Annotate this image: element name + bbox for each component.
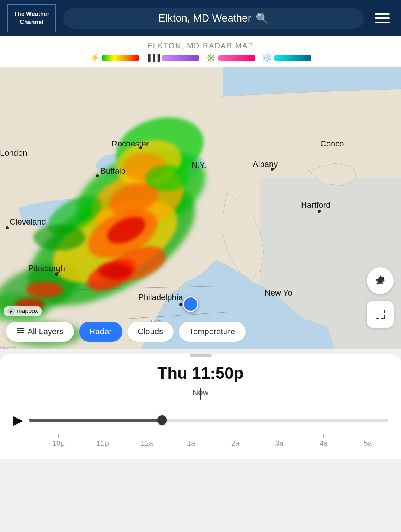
drag-handle[interactable] bbox=[190, 354, 212, 357]
radar-map[interactable]: London Rochester Conco Buffalo Albany N.… bbox=[0, 67, 401, 349]
location-dot bbox=[183, 296, 198, 312]
logo: The Weather Channel bbox=[7, 4, 56, 32]
legend-rain: ⚡ bbox=[90, 53, 139, 63]
mapbox-attribution[interactable]: ▶ mapbox bbox=[4, 306, 42, 316]
tick-12a: 12a bbox=[125, 434, 169, 448]
tick-label-1a: 1a bbox=[187, 439, 195, 448]
mixed-icon: ✳️ bbox=[206, 53, 216, 63]
svg-rect-30 bbox=[376, 315, 376, 319]
svg-rect-28 bbox=[384, 310, 385, 313]
tick-5a: 5a bbox=[346, 434, 390, 448]
city-dot-pittsburgh bbox=[55, 273, 58, 276]
play-button[interactable]: ▶ bbox=[13, 412, 23, 428]
layers-icon bbox=[16, 328, 25, 336]
svg-rect-34 bbox=[17, 332, 24, 333]
menu-button[interactable] bbox=[371, 10, 394, 27]
all-layers-label: All Layers bbox=[28, 327, 64, 336]
ticks-track: 10p 11p 12a 1a 2a 3a bbox=[36, 434, 390, 448]
all-layers-button[interactable]: All Layers bbox=[6, 322, 74, 342]
app-header: The Weather Channel Elkton, MD Weather 🔍 bbox=[0, 0, 401, 36]
menu-icon-line2 bbox=[375, 17, 390, 19]
city-dot-albany bbox=[271, 168, 274, 171]
tick-label-3a: 3a bbox=[275, 439, 284, 448]
map-background bbox=[0, 67, 401, 349]
clouds-button[interactable]: Clouds bbox=[127, 322, 174, 342]
location-button[interactable] bbox=[367, 267, 394, 294]
snow-icon: ❄️ bbox=[262, 53, 272, 63]
radar-label: Radar bbox=[90, 327, 112, 336]
timeline-track[interactable] bbox=[29, 419, 388, 422]
legend-mixed: ✳️ bbox=[206, 53, 255, 63]
layer-buttons: All Layers Radar Clouds Temperature bbox=[0, 322, 401, 342]
rain-gradient bbox=[102, 55, 139, 61]
now-indicator-line bbox=[200, 388, 201, 400]
temperature-button[interactable]: Temperature bbox=[179, 322, 246, 342]
temperature-label: Temperature bbox=[189, 327, 235, 336]
menu-icon-line3 bbox=[375, 22, 390, 23]
city-dot-cleveland bbox=[6, 226, 9, 229]
ice-gradient bbox=[162, 55, 199, 61]
search-icon: 🔍 bbox=[256, 12, 269, 25]
legend-bar: ⚡ ▐▐▐ ✳️ ❄️ bbox=[0, 53, 401, 67]
location-icon bbox=[374, 275, 386, 287]
svg-rect-26 bbox=[376, 310, 376, 313]
city-dot-hartford bbox=[318, 210, 321, 213]
now-label: Now bbox=[11, 388, 390, 397]
svg-rect-33 bbox=[17, 330, 24, 331]
clouds-label: Clouds bbox=[138, 327, 163, 336]
legend-snow: ❄️ bbox=[262, 53, 311, 63]
timeline-fill bbox=[29, 419, 162, 422]
expand-icon bbox=[374, 308, 386, 320]
tick-4a: 4a bbox=[301, 434, 346, 448]
tick-10p: 10p bbox=[36, 434, 81, 448]
timeline-thumb[interactable] bbox=[157, 415, 167, 425]
tick-label-2a: 2a bbox=[231, 439, 239, 448]
svg-rect-32 bbox=[384, 315, 385, 319]
tick-label-4a: 4a bbox=[320, 439, 328, 448]
snow-gradient bbox=[274, 55, 311, 61]
playback-controls: ▶ bbox=[11, 412, 390, 428]
city-dot-philadelphia bbox=[179, 303, 182, 306]
menu-icon-line1 bbox=[375, 13, 390, 15]
mapbox-play-icon: ▶ bbox=[7, 307, 15, 315]
sleet-icon: ▐▐▐ bbox=[146, 54, 160, 62]
legend-sleet: ▐▐▐ bbox=[146, 54, 199, 62]
tick-1a: 1a bbox=[169, 434, 213, 448]
search-text: Elkton, MD Weather bbox=[158, 12, 251, 24]
city-dot-buffalo bbox=[96, 174, 99, 177]
tick-11p: 11p bbox=[81, 434, 125, 448]
radar-title: ELKTON, MD RADAR MAP bbox=[0, 36, 401, 53]
time-ticks: 10p 11p 12a 1a 2a 3a bbox=[11, 432, 390, 448]
radar-button[interactable]: Radar bbox=[79, 322, 122, 342]
tick-3a: 3a bbox=[257, 434, 301, 448]
mapbox-text: mapbox bbox=[17, 308, 38, 315]
radar-section: ELKTON, MD RADAR MAP ⚡ ▐▐▐ ✳️ ❄️ bbox=[0, 36, 401, 349]
svg-rect-35 bbox=[17, 328, 24, 329]
current-time: Thu 11:50p bbox=[11, 364, 390, 383]
tick-label-12a: 12a bbox=[141, 439, 153, 448]
tick-label-10p: 10p bbox=[52, 439, 65, 448]
logo-text: The Weather Channel bbox=[11, 10, 52, 26]
city-dot-rochester bbox=[139, 146, 142, 149]
bottom-panel: Thu 11:50p Now ▶ 10p 11p 12a bbox=[0, 354, 401, 459]
tick-label-5a: 5a bbox=[363, 439, 372, 448]
rain-icon: ⚡ bbox=[90, 53, 100, 63]
tick-label-11p: 11p bbox=[97, 439, 109, 448]
tick-2a: 2a bbox=[213, 434, 258, 448]
mixed-gradient bbox=[218, 55, 255, 61]
search-bar[interactable]: Elkton, MD Weather 🔍 bbox=[63, 8, 364, 29]
